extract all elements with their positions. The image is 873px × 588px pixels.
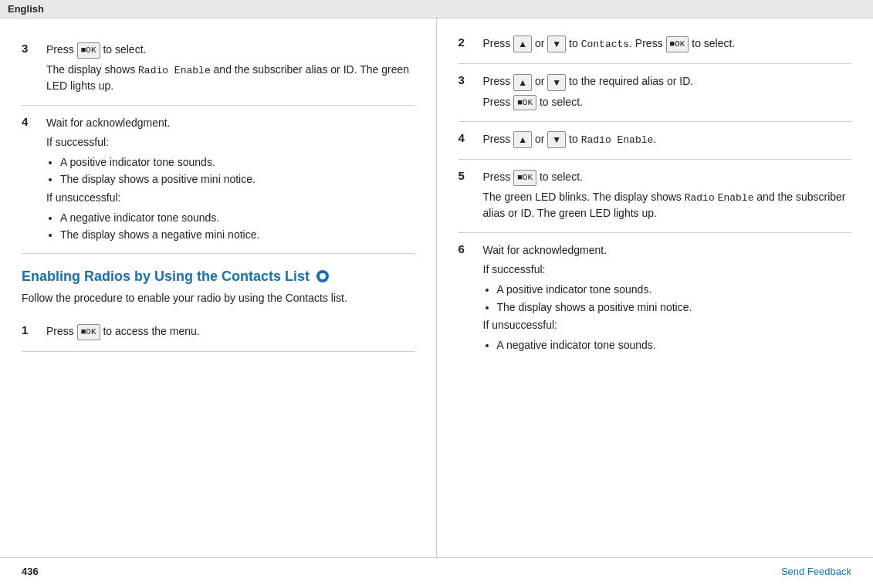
arrow-up-icon-r3: ▲	[513, 74, 532, 91]
language-bar: English	[0, 0, 873, 19]
section-heading: Enabling Radios by Using the Contacts Li…	[22, 268, 415, 286]
arrow-up-icon: ▲	[513, 35, 532, 52]
list-item: The display shows a positive mini notice…	[60, 171, 415, 188]
step-4-if-unsuccessful: If unsuccessful:	[46, 190, 415, 206]
step-number-4-left: 4	[22, 115, 43, 245]
step-number-2-right: 2	[458, 35, 480, 56]
step-3-right-line2: Press ■OK to select.	[483, 94, 852, 111]
ok-button-icon-r3: ■OK	[513, 95, 536, 111]
ok-button-icon-r5: ■OK	[513, 170, 536, 186]
right-step-4: 4 Press ▲ or ▼ to Radio Enable.	[458, 122, 852, 160]
step-3-right-content: Press ▲ or ▼ to the required alias or ID…	[483, 73, 852, 113]
right-step-2: 2 Press ▲ or ▼ to Contacts. Press ■OK to…	[458, 26, 852, 64]
list-item: A positive indicator tone sounds.	[497, 281, 852, 298]
ok-button-icon-r2: ■OK	[666, 36, 689, 52]
step-number-5-right: 5	[458, 169, 480, 225]
step-5-right-content: Press ■OK to select. The green LED blink…	[483, 169, 852, 225]
contacts-icon	[316, 270, 329, 282]
step-1-content: Press ■OK to access the menu.	[46, 323, 415, 343]
step-4-left-content: Wait for acknowledgment. If successful: …	[46, 115, 415, 245]
step-6-success-list: A positive indicator tone sounds. The di…	[497, 281, 852, 316]
step-1-line1: Press ■OK to access the menu.	[46, 323, 415, 340]
main-content: 3 Press ■OK to select. The display shows…	[0, 19, 873, 557]
step-4-if-successful: If successful:	[46, 134, 415, 150]
list-item: A negative indicator tone sounds.	[60, 209, 415, 226]
send-feedback-link[interactable]: Send Feedback	[781, 566, 851, 577]
list-item: A positive indicator tone sounds.	[60, 154, 415, 171]
step-number-3-right: 3	[458, 73, 480, 113]
step-2-right-content: Press ▲ or ▼ to Contacts. Press ■OK to s…	[483, 35, 852, 56]
step-5-right-line1: Press ■OK to select.	[483, 169, 852, 186]
page-number: 436	[22, 566, 39, 577]
step-4-right-line1: Press ▲ or ▼ to Radio Enable.	[483, 131, 852, 148]
arrow-up-icon-r4: ▲	[513, 131, 532, 148]
step-6-if-successful: If successful:	[483, 262, 852, 278]
step-4-wait: Wait for acknowledgment.	[46, 115, 415, 131]
left-step-3: 3 Press ■OK to select. The display shows…	[22, 32, 415, 106]
left-column: 3 Press ■OK to select. The display shows…	[0, 19, 437, 557]
step-3-left-line2: The display shows Radio Enable and the s…	[46, 62, 415, 95]
list-item: The display shows a negative mini notice…	[60, 226, 415, 243]
step-number-6-right: 6	[458, 242, 480, 355]
step-4-fail-list: A negative indicator tone sounds. The di…	[60, 209, 415, 244]
right-column: 2 Press ▲ or ▼ to Contacts. Press ■OK to…	[437, 19, 874, 557]
step-4-right-content: Press ▲ or ▼ to Radio Enable.	[483, 131, 852, 151]
step-4-success-list: A positive indicator tone sounds. The di…	[60, 154, 415, 188]
right-step-6: 6 Wait for acknowledgment. If successful…	[458, 233, 852, 363]
right-step-3: 3 Press ▲ or ▼ to the required alias or …	[458, 64, 852, 122]
step-2-right-line1: Press ▲ or ▼ to Contacts. Press ■OK to s…	[483, 35, 852, 52]
list-item: The display shows a positive mini notice…	[497, 299, 852, 316]
step-3-left-line1: Press ■OK to select.	[46, 42, 415, 59]
step-number-1: 1	[22, 323, 43, 343]
step-3-right-line1: Press ▲ or ▼ to the required alias or ID…	[483, 73, 852, 90]
step-6-if-unsuccessful: If unsuccessful:	[483, 317, 852, 333]
step-number-3-left: 3	[22, 42, 43, 97]
footer: 436 Send Feedback	[0, 557, 873, 585]
left-step-4: 4 Wait for acknowledgment. If successful…	[22, 106, 415, 254]
step-5-right-line2: The green LED blinks. The display shows …	[483, 189, 852, 222]
step-6-right-content: Wait for acknowledgment. If successful: …	[483, 242, 852, 355]
ok-button-icon: ■OK	[77, 42, 100, 59]
list-item: A negative indicator tone sounds.	[497, 336, 852, 353]
arrow-down-icon: ▼	[547, 35, 566, 52]
arrow-down-icon-r4: ▼	[547, 131, 566, 148]
arrow-down-icon-r3: ▼	[547, 74, 566, 91]
step-6-fail-list: A negative indicator tone sounds.	[497, 336, 852, 353]
left-step-1: 1 Press ■OK to access the menu.	[22, 314, 415, 352]
step-6-wait: Wait for acknowledgment.	[483, 242, 852, 259]
step-3-left-content: Press ■OK to select. The display shows R…	[46, 42, 415, 97]
step-number-4-right: 4	[458, 131, 480, 151]
ok-button-icon-1: ■OK	[77, 324, 100, 340]
section-intro: Follow the procedure to enable your radi…	[22, 290, 415, 306]
language-label: English	[8, 3, 44, 15]
right-step-5: 5 Press ■OK to select. The green LED bli…	[458, 160, 852, 233]
